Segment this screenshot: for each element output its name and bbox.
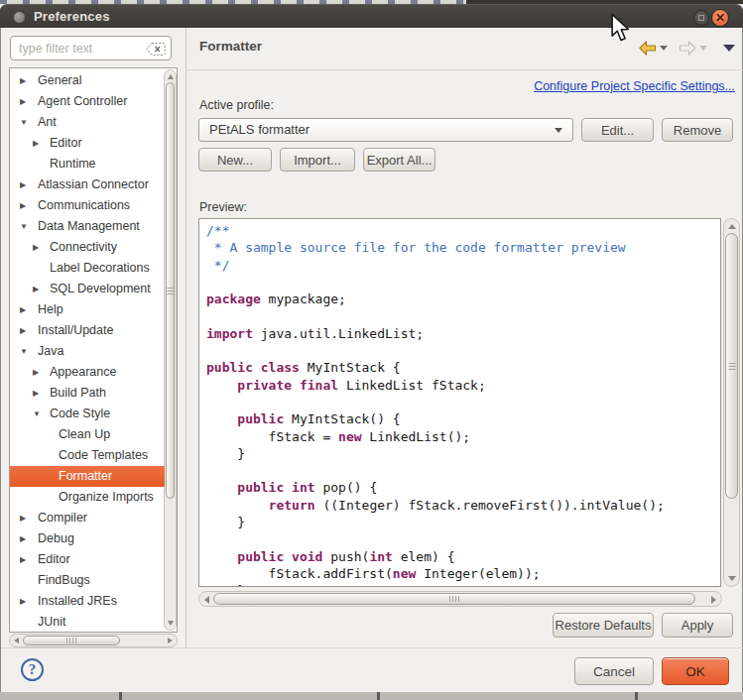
export-all-button[interactable]: Export All... [363, 148, 435, 172]
preferences-tree: ▶General▶Agent Controller▼Ant▶EditorRunt… [9, 67, 178, 633]
page-title: Formatter [199, 39, 262, 54]
active-profile-select[interactable]: PEtALS formatter [198, 118, 573, 142]
tree-vscroll-thumb[interactable] [166, 82, 175, 499]
filter-clear-icon[interactable] [146, 42, 166, 55]
tree-item-ant[interactable]: ▼Ant [10, 112, 165, 133]
chevron-expanded-icon[interactable]: ▼ [20, 341, 28, 362]
tree-item-label: Code Templates [59, 445, 148, 466]
chevron-collapsed-icon[interactable]: ▶ [33, 279, 39, 299]
help-button[interactable]: ? [21, 658, 44, 681]
dialog-body: ▶General▶Agent Controller▼Ant▶EditorRunt… [0, 28, 743, 692]
scroll-left-icon[interactable] [204, 596, 209, 604]
ok-button[interactable]: OK [662, 657, 729, 685]
window-title: Preferences [34, 9, 110, 24]
apply-button[interactable]: Apply [662, 613, 733, 638]
titlebar[interactable]: Preferences ✕ [0, 4, 743, 28]
tree-item-label: Connectivity [50, 237, 117, 258]
tree-item-debug[interactable]: ▶Debug [10, 528, 165, 549]
close-icon: ✕ [715, 11, 725, 25]
tree-hscroll-thumb[interactable] [23, 636, 120, 645]
tree-item-code-style[interactable]: ▼Code Style [10, 404, 165, 424]
chevron-collapsed-icon[interactable]: ▶ [20, 175, 26, 195]
chevron-collapsed-icon[interactable]: ▶ [20, 70, 26, 91]
chevron-collapsed-icon[interactable]: ▶ [33, 133, 39, 154]
tree-item-general[interactable]: ▶General [10, 70, 165, 91]
import-button[interactable]: Import... [280, 148, 355, 172]
configure-project-settings-link[interactable]: Configure Project Specific Settings... [534, 79, 735, 93]
tree-item-formatter[interactable]: Formatter [10, 466, 165, 487]
new-button[interactable]: New... [198, 148, 272, 172]
scroll-right-icon[interactable] [711, 596, 716, 604]
mouse-cursor [610, 13, 630, 43]
chevron-collapsed-icon[interactable]: ▶ [33, 362, 39, 383]
combo-arrow-icon [555, 128, 562, 133]
tree-item-compiler[interactable]: ▶Compiler [10, 508, 165, 528]
tree-item-appearance[interactable]: ▶Appearance [10, 362, 165, 383]
chevron-collapsed-icon[interactable]: ▶ [20, 195, 26, 216]
tree-item-communications[interactable]: ▶Communications [10, 195, 165, 216]
tree-item-label: Ant [38, 112, 57, 133]
tree-item-clean-up[interactable]: Clean Up [10, 424, 165, 445]
preview-vscroll-thumb[interactable] [725, 233, 738, 499]
tree-item-installed-jres[interactable]: ▶Installed JREs [10, 591, 165, 612]
active-profile-value: PEtALS formatter [209, 122, 310, 137]
tree-item-editor[interactable]: ▶Editor [10, 549, 165, 570]
page-header: Formatter [186, 28, 743, 70]
tree-item-label: JUnit [38, 612, 65, 633]
tree-item-connectivity[interactable]: ▶Connectivity [10, 237, 165, 258]
tree-item-label: Appearance [50, 362, 116, 383]
chevron-collapsed-icon[interactable]: ▶ [20, 549, 26, 570]
preferences-window: Preferences ✕ ▶General▶Agent Controller▼… [0, 0, 743, 700]
cancel-button[interactable]: Cancel [574, 657, 654, 685]
tree-item-label: Agent Controller [38, 91, 127, 112]
scroll-up-icon[interactable] [168, 74, 174, 79]
window-menu-icon[interactable] [14, 12, 25, 23]
tree-item-atlassian-connector[interactable]: ▶Atlassian Connector [10, 175, 165, 195]
chevron-collapsed-icon[interactable]: ▶ [20, 91, 26, 112]
tree-item-label-decorations[interactable]: Label Decorations [10, 258, 165, 279]
chevron-collapsed-icon[interactable]: ▶ [20, 508, 26, 528]
help-icon: ? [29, 661, 37, 677]
maximize-button[interactable] [693, 10, 709, 26]
tree-item-java[interactable]: ▼Java [10, 341, 165, 362]
tree-item-code-templates[interactable]: Code Templates [10, 445, 165, 466]
chevron-collapsed-icon[interactable]: ▶ [20, 591, 26, 612]
tree-item-build-path[interactable]: ▶Build Path [10, 383, 165, 404]
chevron-expanded-icon[interactable]: ▼ [20, 112, 28, 133]
close-button[interactable]: ✕ [711, 9, 729, 27]
back-dropdown-icon[interactable] [660, 46, 668, 51]
scroll-down-icon[interactable] [168, 621, 174, 626]
tree-hscrollbar[interactable] [9, 634, 178, 647]
tree-vscrollbar[interactable] [164, 69, 177, 631]
view-menu-icon[interactable] [723, 45, 735, 52]
chevron-collapsed-icon[interactable]: ▶ [20, 320, 26, 341]
back-icon[interactable] [639, 41, 657, 56]
chevron-expanded-icon[interactable]: ▼ [20, 216, 28, 237]
tree-item-help[interactable]: ▶Help [10, 299, 165, 320]
tree-item-agent-controller[interactable]: ▶Agent Controller [10, 91, 165, 112]
tree-item-junit[interactable]: JUnit [10, 612, 165, 633]
scroll-up-icon[interactable] [728, 224, 736, 229]
tree-item-editor[interactable]: ▶Editor [10, 133, 165, 154]
scroll-down-icon[interactable] [728, 576, 736, 581]
chevron-expanded-icon[interactable]: ▼ [33, 404, 41, 424]
chevron-collapsed-icon[interactable]: ▶ [33, 237, 39, 258]
chevron-collapsed-icon[interactable]: ▶ [20, 299, 26, 320]
tree-item-data-management[interactable]: ▼Data Management [10, 216, 165, 237]
tree-item-runtime[interactable]: Runtime [10, 154, 165, 175]
tree-item-findbugs[interactable]: FindBugs [10, 570, 165, 591]
restore-defaults-button[interactable]: Restore Defaults [553, 613, 654, 638]
chevron-collapsed-icon[interactable]: ▶ [20, 528, 26, 549]
preview-vscrollbar[interactable] [723, 218, 740, 587]
tree-item-sql-development[interactable]: ▶SQL Development [10, 279, 165, 299]
scroll-left-icon[interactable] [14, 638, 19, 643]
chevron-collapsed-icon[interactable]: ▶ [33, 383, 39, 404]
remove-button[interactable]: Remove [662, 118, 733, 142]
tree-item-organize-imports[interactable]: Organize Imports [10, 487, 165, 508]
tree-item-label: Installed JREs [38, 591, 117, 612]
preview-hscrollbar[interactable] [198, 591, 722, 607]
scroll-right-icon[interactable] [168, 638, 173, 643]
tree-item-install-update[interactable]: ▶Install/Update [10, 320, 165, 341]
preview-hscroll-thumb[interactable] [213, 593, 695, 605]
edit-button[interactable]: Edit... [581, 118, 654, 142]
